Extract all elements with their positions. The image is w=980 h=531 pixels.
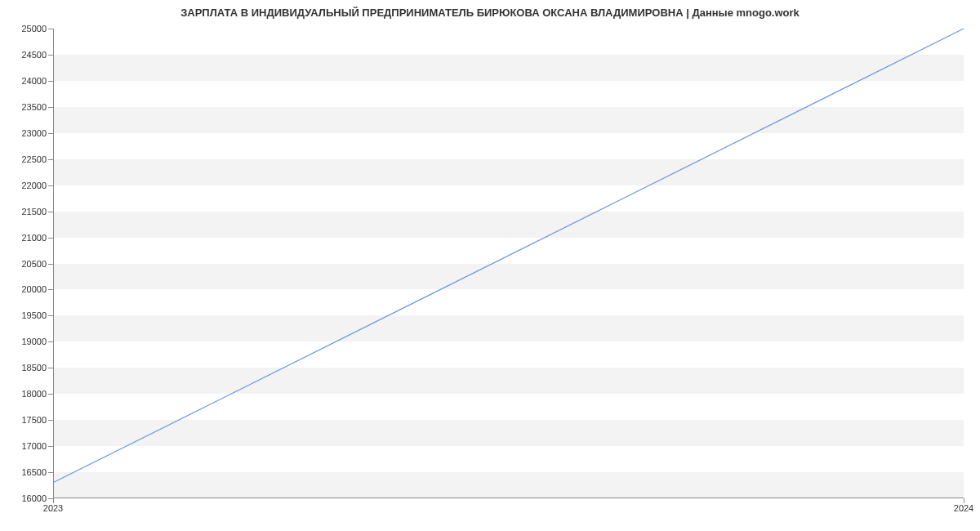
y-tick-label: 18500 <box>21 363 47 373</box>
y-tick-label: 16500 <box>21 467 47 477</box>
y-tick-label: 21500 <box>21 207 47 216</box>
y-tick-label: 17500 <box>21 415 47 425</box>
y-tick <box>48 81 53 82</box>
y-tick-label: 23500 <box>21 102 47 112</box>
y-tick-label: 20500 <box>21 259 47 269</box>
y-tick <box>48 368 53 368</box>
y-tick <box>48 394 53 395</box>
y-tick <box>48 264 53 265</box>
chart-line-svg <box>53 29 964 498</box>
y-tick <box>48 55 53 56</box>
y-tick <box>48 212 53 212</box>
y-tick-label: 19500 <box>21 310 47 320</box>
chart-container: ЗАРПЛАТА В ИНДИВИДУАЛЬНЫЙ ПРЕДПРИНИМАТЕЛ… <box>0 0 980 531</box>
y-tick-label: 20000 <box>21 284 47 294</box>
chart-title: ЗАРПЛАТА В ИНДИВИДУАЛЬНЫЙ ПРЕДПРИНИМАТЕЛ… <box>0 7 980 19</box>
plot-area <box>53 29 964 498</box>
y-tick <box>48 185 53 186</box>
y-tick <box>48 159 53 160</box>
y-tick <box>48 472 53 473</box>
y-tick <box>48 107 53 108</box>
y-tick-label: 18000 <box>21 389 47 399</box>
y-tick <box>48 315 53 316</box>
y-tick <box>48 289 53 290</box>
y-tick <box>48 29 53 29</box>
x-tick-label: 2023 <box>43 503 63 513</box>
y-tick-label: 24000 <box>21 76 47 86</box>
y-tick <box>48 341 53 342</box>
y-tick-label: 17000 <box>21 441 47 451</box>
y-tick-label: 23000 <box>21 128 47 138</box>
y-tick-label: 22000 <box>21 181 47 190</box>
data-line <box>53 29 964 483</box>
x-tick-label: 2024 <box>954 503 973 513</box>
y-tick-label: 25000 <box>21 24 47 33</box>
y-tick <box>48 238 53 239</box>
y-tick <box>48 420 53 421</box>
y-tick-label: 21000 <box>21 233 47 243</box>
y-tick-label: 24500 <box>21 50 47 60</box>
y-tick-label: 19000 <box>21 337 47 346</box>
y-tick-label: 16000 <box>21 493 47 503</box>
y-tick-label: 22500 <box>21 154 47 164</box>
y-tick <box>48 133 53 134</box>
y-tick <box>48 446 53 447</box>
